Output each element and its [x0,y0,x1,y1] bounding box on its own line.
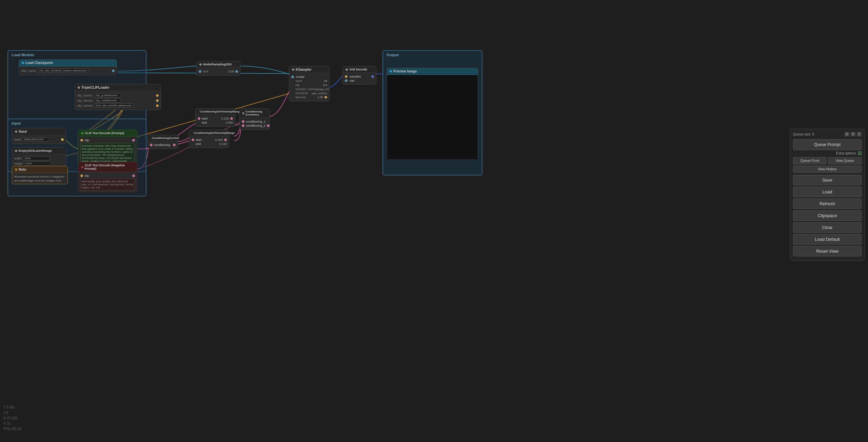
stats-panel: T 0.00s 1.0 N 15 [15] V 33 FPS 333.33 [3,405,21,432]
stat-n: N 15 [15] [3,416,21,421]
shift-row: shift 3.00 [199,70,238,73]
output-group: Output Preview Image [382,50,482,175]
clip-pos-dot [81,132,83,134]
reset-view-button[interactable]: Reset View [793,246,862,256]
cr2-start: 5.000 [215,138,223,142]
queue-header-icons: ⊞ ⚙ ✕ [845,132,862,136]
empty-latent-dot [15,150,17,152]
cc-in1 [242,120,244,123]
clip3-port-out [156,104,159,107]
cr1-start: 0.100 [221,117,229,120]
load-default-button[interactable]: Load Default [793,234,862,245]
cr2-in [192,139,194,141]
seed-title: Seed [19,130,27,133]
cond-combine-dot [242,112,244,114]
queue-prompt-button[interactable]: Queue Prompt [793,139,862,150]
stat-v: V 33 [3,421,21,426]
clip3-row: clip_name3 t5xxl_fp8_e4m3fn.safetensors [77,103,159,108]
ks-latent-out [324,96,327,99]
seed-body: seed 4648136241325 [12,135,66,144]
view-queue-button[interactable]: View Queue [828,157,862,164]
clip2-port-out [156,99,159,102]
ks-cfg: 4.0 [323,83,327,87]
cond-range2-header: ConditioningSetTimestepRange [190,130,229,136]
load-checkpoint-header: Load Checkpoint [19,60,117,66]
ks-denoise: 1.00 [317,96,323,99]
preview-image-header: Preview Image [387,68,478,75]
load-checkpoint-field[interactable]: v3s_30s_1024lm5_medium.safetensors [37,68,88,73]
load-checkpoint-title: Load Checkpoint [25,61,53,65]
ksampler-header: KSampler [289,66,329,73]
vae-decode-body: samples vae [343,73,376,84]
clip3-field[interactable]: t5xxl_fp8_e4m3fn.safetensors [94,103,134,108]
clear-button[interactable]: Clear [793,222,862,233]
load-button[interactable]: Load [793,187,862,197]
clipspace-button[interactable]: Clipspace [793,210,862,221]
seed-header: Seed [12,128,66,135]
clip-pos-clip-in [80,139,83,142]
clip2-field[interactable]: clip_l.safetensors [94,98,121,103]
stat-t: T 0.00s [3,405,21,410]
note-header: Note [12,166,67,173]
clip1-row: clip_name1 clip_g.safetensors [77,93,159,98]
triple-clip-dot [78,86,80,89]
output-label: Output [387,53,399,57]
clip1-port-out [156,94,159,97]
load-checkpoint-node: Load Checkpoint ckpt_name v3s_30s_1024lm… [19,59,117,75]
queue-front-view-row: Queue Front View Queue [793,157,862,164]
clip-negative-node: CLIP Text Encode (Negative Prompt) clip … [78,162,137,192]
triple-clip-node: TripleCLIPLoader clip_name1 clip_g.safet… [75,84,161,110]
vae-samples-in [345,75,348,78]
extra-options-row: Extra options [793,151,862,155]
clip1-field[interactable]: clip_g.safetensors [94,93,121,98]
queue-front-button[interactable]: Queue Front [793,157,827,164]
queue-size-label: Queue size: 0 [793,132,814,136]
seed-node: Seed seed 4648136241325 [12,128,66,144]
cond-range2-title: ConditioningSetTimestepRange [194,131,235,134]
clip-neg-dot [81,166,83,168]
cond-zero-out-title: ConditioningZeroOut [152,136,179,140]
vae-decode-header: VAE Decode [343,66,376,73]
latent-height[interactable]: 1024 [24,161,51,166]
latent-width[interactable]: 1024 [23,156,50,161]
cond-range1-title: ConditioningSetTimestepRange [200,110,241,113]
ksampler-node: KSampler model seed 28 cfg 4.0 sampler_n… [289,66,330,101]
queue-header: Queue size: 0 ⊞ ⚙ ✕ [793,132,862,136]
clip-negative-text[interactable]: bad quality, poor quality, dull, distort… [80,178,135,190]
cond-combine-body: conditioning_1 conditioning_2 [240,118,270,129]
shift-port-in [199,70,201,73]
right-panel: Queue size: 0 ⊞ ⚙ ✕ Queue Prompt Extra o… [790,129,865,261]
cr1-end: 1.000 [225,121,233,124]
cc-in2 [242,124,244,127]
model-sampling-header: ModelSamplingSD3 [197,61,240,68]
cond-range2-body: start 5.000 end 0.100 [190,136,229,148]
load-checkpoint-dot [22,62,24,64]
settings-icon[interactable]: ⚙ [851,132,855,136]
grid-icon[interactable]: ⊞ [845,132,849,136]
save-button[interactable]: Save [793,175,862,185]
clip2-row: clip_name2 clip_l.safetensors [77,98,159,103]
cond-zero-out-header: ConditioningZeroOut [148,135,178,141]
extra-options-checkbox[interactable] [858,151,862,155]
stat-line2: 1.0 [3,410,21,416]
cond-zero-out-body: conditioning [148,141,178,149]
czo-out [173,144,176,146]
preview-image-title: Preview Image [393,69,417,73]
close-icon[interactable]: ✕ [857,132,862,136]
triple-clip-body: clip_name1 clip_g.safetensors clip_name2… [75,91,161,110]
note-node: Note Resolution should be around 1 megap… [12,166,68,184]
preview-image-node: Preview Image [387,68,478,160]
ksampler-body: model seed 28 cfg 4.0 sampler_name dpmpp… [289,73,329,101]
extra-options-label: Extra options [836,151,856,155]
seed-value[interactable]: 4648136241325 [22,137,50,142]
clip-positive-header: CLIP Text Encode (Prompt) [78,130,137,136]
vae-decode-title: VAE Decode [349,68,367,71]
refresh-button[interactable]: Refresh [793,198,862,209]
cond-range2-node: ConditioningSetTimestepRange start 5.000… [189,130,229,148]
empty-latent-header: EmptySD3LatentImage [12,148,66,154]
note-dot [15,168,17,171]
vae-vae-in [345,79,348,82]
view-history-button[interactable]: View History [793,166,862,173]
canvas-area[interactable]: Load Models Input Output Preview Image L… [0,0,868,442]
note-title: Note [19,168,26,171]
